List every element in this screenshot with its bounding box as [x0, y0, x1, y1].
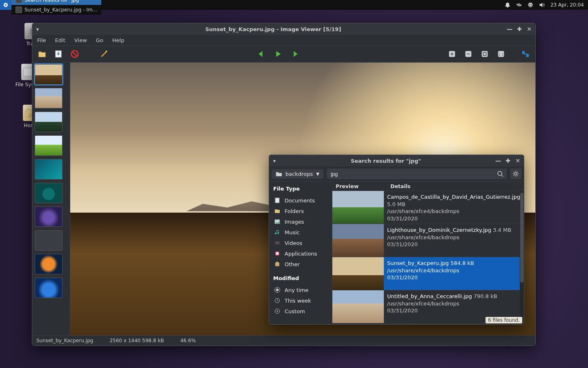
- modified-label: Custom: [285, 308, 305, 314]
- thumbnail[interactable]: [35, 230, 62, 251]
- result-row[interactable]: Sunset_by_Kacperu.jpg 584.8 kB/usr/share…: [332, 257, 524, 290]
- filter-videos[interactable]: Videos: [273, 238, 330, 248]
- window-title: Sunset_by_Kacperu.jpg - Image Viewer [5/…: [43, 26, 503, 32]
- radio-icon: [274, 297, 281, 304]
- taskbar-item[interactable]: Search results for "jpg": [11, 0, 101, 5]
- search-field[interactable]: [327, 168, 507, 179]
- folder-icon: [276, 171, 282, 177]
- notifications-icon[interactable]: [505, 2, 510, 8]
- taskbar-item[interactable]: Sunset_by_Kacperu.jpg - Im...: [11, 5, 101, 15]
- results-count-label: 6 files found.: [486, 317, 522, 323]
- result-details: Sunset_by_Kacperu.jpg 584.8 kB/usr/share…: [384, 257, 524, 290]
- app-icon: [16, 7, 22, 13]
- toolbar-nav-group: [115, 48, 441, 60]
- thumbnail[interactable]: [35, 206, 62, 227]
- status-filename: Sunset_by_Kacperu.jpg: [36, 338, 93, 343]
- results-list[interactable]: Campos_de_Castilla_by_David_Arias_Gutier…: [332, 191, 524, 324]
- zoom-out-button[interactable]: [463, 48, 474, 60]
- location-label: backdrops: [285, 171, 313, 177]
- status-dimensions: 2560 x 1440 598.8 kB: [109, 338, 164, 343]
- filter-folders[interactable]: Folders: [273, 206, 330, 216]
- result-row[interactable]: Campos_de_Castilla_by_David_Arias_Gutier…: [332, 191, 524, 224]
- toolbar: 1:1: [32, 45, 535, 63]
- play-button[interactable]: [272, 48, 284, 60]
- filters-panel: File Type DocumentsFoldersImagesMusicVid…: [269, 182, 332, 324]
- minimize-button[interactable]: —: [506, 25, 513, 33]
- network-icon[interactable]: [516, 2, 522, 8]
- search-titlebar[interactable]: ▾ Search results for "jpg" — ✚ ✕: [269, 155, 524, 166]
- statusbar: Sunset_by_Kacperu.jpg 2560 x 1440 598.8 …: [32, 335, 535, 346]
- modified-this-week[interactable]: This week: [273, 295, 330, 306]
- previous-button[interactable]: [255, 48, 267, 60]
- filter-label: Other: [285, 261, 300, 267]
- result-details: Lighthouse_by_Dominik_Czernetzky.jpg 3.4…: [384, 224, 524, 257]
- svg-point-16: [498, 171, 502, 175]
- svg-rect-12: [482, 51, 488, 57]
- filter-documents[interactable]: Documents: [273, 195, 330, 206]
- maximize-button[interactable]: ✚: [516, 25, 523, 33]
- applications-menu-button[interactable]: [0, 0, 11, 10]
- zoom-fit-button[interactable]: [479, 48, 490, 60]
- thumbnail[interactable]: [35, 254, 62, 274]
- status-zoom: 46.6%: [180, 338, 196, 343]
- result-filename: Sunset_by_Kacperu.jpg: [387, 260, 449, 266]
- applications-icon: [274, 250, 281, 257]
- search-icon: [497, 171, 503, 177]
- menu-file[interactable]: File: [37, 37, 46, 43]
- result-path: /usr/share/xfce4/backdrops: [387, 234, 521, 241]
- maximize-button[interactable]: ✚: [504, 157, 512, 164]
- power-icon[interactable]: [528, 2, 533, 8]
- scrollbar-handle[interactable]: [520, 193, 523, 283]
- thumbnail[interactable]: [35, 278, 62, 298]
- volume-icon[interactable]: [539, 2, 545, 8]
- close-button[interactable]: ✕: [526, 25, 533, 33]
- close-button[interactable]: ✕: [514, 157, 521, 164]
- results-header: Preview Details: [332, 182, 524, 191]
- filter-applications[interactable]: Applications: [273, 248, 330, 259]
- toolbar-right-group: 1:1: [446, 48, 531, 60]
- window-menu-icon[interactable]: ▾: [272, 158, 277, 164]
- thumbnail[interactable]: [35, 159, 62, 180]
- filter-music[interactable]: Music: [273, 227, 330, 238]
- filter-other[interactable]: Other: [273, 259, 330, 269]
- next-button[interactable]: [290, 48, 301, 60]
- result-path: /usr/share/xfce4/backdrops: [387, 267, 521, 274]
- menubar: FileEditViewGoHelp: [32, 35, 535, 45]
- result-preview: [332, 224, 384, 257]
- column-preview[interactable]: Preview: [332, 182, 387, 191]
- zoom-100-button[interactable]: 1:1: [495, 48, 507, 60]
- menu-edit[interactable]: Edit: [55, 37, 65, 43]
- edit-button[interactable]: [98, 48, 110, 60]
- zoom-in-button[interactable]: [446, 48, 458, 60]
- minimize-button[interactable]: —: [494, 157, 502, 164]
- result-date: 03/31/2020: [387, 215, 521, 222]
- search-settings-button[interactable]: [510, 168, 521, 179]
- delete-button[interactable]: [69, 48, 80, 60]
- image-viewer-titlebar[interactable]: ▾ Sunset_by_Kacperu.jpg - Image Viewer […: [32, 23, 535, 35]
- window-menu-icon[interactable]: ▾: [35, 26, 40, 32]
- save-button[interactable]: [53, 48, 64, 60]
- menu-help[interactable]: Help: [112, 37, 125, 43]
- fullscreen-button[interactable]: [520, 48, 531, 60]
- result-preview: [332, 191, 384, 224]
- column-details[interactable]: Details: [387, 182, 524, 191]
- menu-view[interactable]: View: [74, 37, 87, 43]
- thumbnail[interactable]: [35, 64, 62, 85]
- modified-any-time[interactable]: Any time: [273, 285, 330, 295]
- modified-custom[interactable]: Custom: [273, 306, 330, 316]
- thumbnail[interactable]: [35, 135, 62, 156]
- menu-go[interactable]: Go: [96, 37, 103, 43]
- thumbnail[interactable]: [35, 88, 62, 108]
- result-row[interactable]: Lighthouse_by_Dominik_Czernetzky.jpg 3.4…: [332, 224, 524, 257]
- location-selector[interactable]: backdrops ▼: [272, 169, 323, 179]
- svg-rect-23: [276, 252, 278, 255]
- other-icon: [274, 261, 281, 267]
- thumbnail[interactable]: [35, 183, 62, 203]
- thumbnail-strip[interactable]: [32, 63, 70, 335]
- filter-images[interactable]: Images: [273, 216, 330, 227]
- open-button[interactable]: [36, 48, 48, 60]
- clock[interactable]: 23 Apr, 20:04: [550, 2, 584, 8]
- thumbnail[interactable]: [35, 112, 62, 132]
- scrollbar[interactable]: [520, 191, 524, 324]
- search-input[interactable]: [330, 171, 497, 177]
